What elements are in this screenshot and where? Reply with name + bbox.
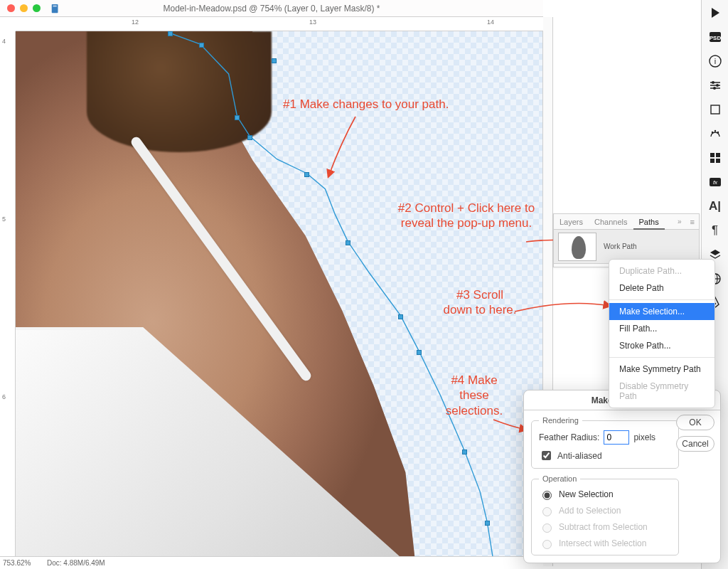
op-new-selection[interactable]: New Selection	[539, 489, 671, 500]
annotation-1: #1 Make changes to your path.	[283, 97, 449, 112]
crop-icon[interactable]	[707, 101, 724, 118]
svg-rect-1	[53, 5, 57, 6]
make-selection-dialog: Make Selection Rendering Feather Radius:…	[523, 390, 721, 563]
path-item-label: Work Path	[604, 243, 637, 250]
sliders-icon[interactable]	[707, 77, 724, 94]
swatches-icon[interactable]	[707, 125, 724, 142]
minimize-icon[interactable]	[20, 4, 28, 12]
fx-icon[interactable]: fx	[707, 174, 724, 191]
panel-collapse-icon[interactable]: »	[673, 218, 686, 225]
doc-size: Doc: 4.88M/6.49M	[47, 559, 105, 567]
op-int-selection: Intersect with Selection	[539, 538, 671, 549]
operation-group: Operation New Selection Add to Selection…	[531, 474, 679, 555]
menu-disable-symmetry-path: Disable Symmetry Path	[609, 378, 714, 405]
close-icon[interactable]	[7, 4, 15, 12]
vertical-ruler: 4 5 6	[0, 31, 16, 569]
document-icon	[50, 4, 60, 14]
op-add-selection: Add to Selection	[539, 505, 671, 516]
svg-point-8	[713, 87, 716, 90]
anchor-point[interactable]	[485, 521, 490, 526]
menu-delete-path[interactable]: Delete Path	[609, 280, 714, 297]
svg-point-11	[714, 130, 715, 132]
status-bar: 753.62% Doc: 4.88M/6.49M	[0, 556, 543, 569]
anchor-point[interactable]	[304, 172, 309, 177]
play-icon[interactable]	[707, 4, 724, 21]
svg-point-7	[716, 84, 719, 87]
anchor-point[interactable]	[199, 43, 204, 48]
tab-layers[interactable]: Layers	[554, 214, 589, 230]
ok-button[interactable]: OK	[676, 415, 714, 430]
cancel-button[interactable]: Cancel	[676, 436, 714, 452]
svg-rect-15	[710, 159, 714, 163]
grid-icon[interactable]	[707, 149, 724, 166]
maximize-icon[interactable]	[33, 4, 41, 12]
anchor-point[interactable]	[247, 135, 252, 140]
anchor-point[interactable]	[417, 350, 422, 355]
paragraph-icon[interactable]: ¶	[707, 222, 724, 239]
document-title: Model-in-Meadow.psd @ 754% (Layer 0, Lay…	[0, 4, 543, 14]
svg-text:i: i	[714, 57, 715, 65]
anchor-point[interactable]	[235, 115, 240, 120]
tab-channels[interactable]: Channels	[589, 214, 633, 230]
panel-tabs: Layers Channels Paths » ≡	[554, 214, 699, 230]
annotation-2: #2 Control + Click here to reveal the po…	[395, 201, 537, 231]
annotation-4: #4 Make these selections.	[435, 373, 513, 418]
type-icon[interactable]: A|	[707, 198, 724, 215]
menu-make-selection[interactable]: Make Selection...	[609, 303, 714, 320]
annotation-3: #3 Scroll down to here.	[441, 287, 519, 318]
svg-rect-16	[716, 159, 720, 163]
window-controls	[7, 4, 41, 12]
feather-unit: pixels	[633, 432, 655, 442]
menu-duplicate-path: Duplicate Path...	[609, 262, 714, 280]
anchor-point[interactable]	[462, 450, 467, 454]
svg-text:PSD: PSD	[709, 35, 721, 41]
svg-text:fx: fx	[712, 179, 717, 186]
svg-point-10	[711, 132, 712, 133]
menu-make-symmetry-path[interactable]: Make Symmetry Path	[609, 361, 714, 378]
svg-rect-13	[710, 153, 714, 157]
anchor-point[interactable]	[272, 58, 277, 63]
anchor-point[interactable]	[168, 31, 173, 36]
panel-menu-icon[interactable]: ≡	[686, 218, 699, 226]
feather-label: Feather Radius:	[539, 432, 599, 442]
subject-hair	[87, 31, 272, 152]
info-icon[interactable]: i	[707, 53, 724, 70]
operation-legend: Operation	[539, 474, 580, 483]
feather-input[interactable]	[604, 430, 629, 445]
psd-icon[interactable]: PSD	[707, 28, 724, 46]
anti-aliased-label: Anti-aliased	[557, 451, 602, 461]
tab-paths[interactable]: Paths	[633, 214, 665, 230]
title-bar: Model-in-Meadow.psd @ 754% (Layer 0, Lay…	[0, 0, 543, 17]
svg-point-6	[712, 81, 714, 84]
anti-aliased-checkbox[interactable]	[542, 451, 551, 460]
svg-point-12	[717, 132, 718, 133]
svg-rect-9	[711, 105, 719, 114]
anchor-point[interactable]	[346, 240, 350, 245]
rendering-group: Rendering Feather Radius: pixels Anti-al…	[531, 416, 679, 469]
horizontal-ruler: 12 13 14	[16, 17, 543, 31]
menu-stroke-path[interactable]: Stroke Path...	[609, 337, 714, 354]
menu-fill-path[interactable]: Fill Path...	[609, 320, 714, 337]
anchor-point[interactable]	[398, 314, 403, 319]
path-thumbnail	[558, 233, 596, 261]
op-sub-selection: Subtract from Selection	[539, 521, 671, 533]
rendering-legend: Rendering	[539, 416, 582, 425]
zoom-level[interactable]: 753.62%	[3, 559, 40, 567]
svg-rect-14	[716, 153, 720, 157]
path-context-menu: Duplicate Path... Delete Path Make Selec…	[609, 259, 715, 408]
